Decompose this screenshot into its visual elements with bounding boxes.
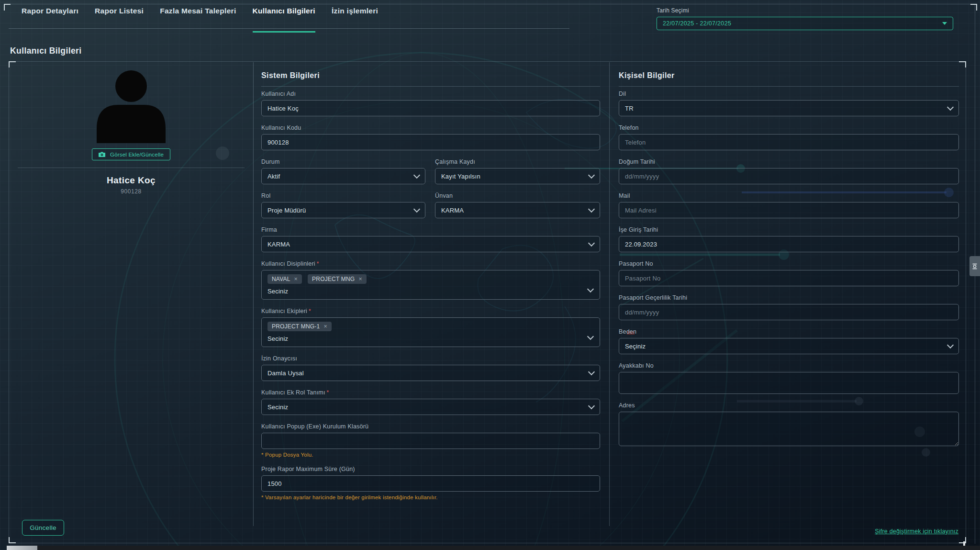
tab-fazla-mesai-talepleri[interactable]: Fazla Mesai Talepleri [160,7,236,17]
tag-remove-icon[interactable]: × [358,276,362,282]
column-divider-left [253,62,254,526]
chevron-down-icon [588,239,595,246]
izin-onaycisi-select[interactable]: Damla Uysal [261,365,600,381]
top-nav-tabs: Rapor Detayları Rapor Listesi Fazla Mesa… [22,7,378,17]
tag-label: PROJECT MNG [312,276,355,282]
personal-info-column: Kişisel Bilgiler Dil TR Telefon Doğum Ta… [619,62,959,454]
field-label: Pasaport Geçerlilik Tarihi [619,294,959,301]
tag-naval: NAVAL × [267,274,302,284]
ayakkabi-no-input[interactable] [619,372,959,394]
tag-project-mng-1: PROJECT MNG-1 × [267,322,332,331]
ek-rol-select[interactable]: Seciniz [261,399,600,415]
kullanici-adi-input[interactable] [261,100,600,116]
dropdown-caret-icon [942,22,947,25]
field-mail: Mail [619,192,959,218]
tag-remove-icon[interactable]: × [323,324,327,330]
tab-rapor-detaylari[interactable]: Rapor Detayları [22,7,78,17]
field-label-text: Kullanıcı Disiplinleri [261,260,315,267]
chevron-down-icon [947,341,954,348]
field-label: Durum [261,158,425,165]
beden-select[interactable]: Seçiniz [619,338,959,354]
field-kullanici-disiplinleri: Kullanıcı Disiplinleri* NAVAL × PROJECT … [261,260,600,300]
field-label: Kullanıcı Kodu [261,124,600,131]
durum-value: Aktif [267,173,280,180]
profile-code: 900128 [9,188,253,195]
ekipler-multiselect[interactable]: PROJECT MNG-1 × Seciniz [261,317,600,347]
field-label: Beden [619,328,959,335]
profile-name: Hatice Koç [9,175,253,186]
disiplinler-multiselect[interactable]: NAVAL × PROJECT MNG × Seciniz [261,270,600,300]
multiselect-placeholder: Seciniz [267,335,594,342]
panel-corner-top-right [959,61,966,67]
page-title: Kullanıcı Bilgileri [10,46,82,56]
side-settings-tab[interactable] [969,256,980,276]
tab-kullanici-bilgileri[interactable]: Kullanıcı Bilgileri [253,7,315,17]
tag-remove-icon[interactable]: × [294,276,298,282]
tag-row: NAVAL × PROJECT MNG × [267,274,594,284]
tab-izin-islemleri[interactable]: İzin işlemleri [332,7,378,17]
calisma-kaydi-value: Kayıt Yapılsın [441,173,480,180]
dil-select[interactable]: TR [619,100,959,116]
ise-giris-tarihi-input[interactable] [619,236,959,252]
field-calisma-kaydi: Çalışma Kaydı Kayıt Yapılsın [435,158,600,184]
column-divider-right [609,62,610,526]
max-sure-input[interactable] [261,475,600,492]
field-label: Kullanıcı Ekipleri* [261,308,600,314]
adres-textarea[interactable] [619,412,959,446]
frame-top-line [4,4,975,4]
required-mark: * [317,260,319,267]
field-label: Ayakkabı No [619,362,959,369]
max-sure-hint: * Varsayılan ayarlar haricinde bir değer… [261,494,600,500]
system-info-title: Sistem Bilgileri [261,71,600,87]
popup-klasoru-input[interactable] [261,433,600,449]
field-label: Ünvan [435,192,600,199]
mail-input[interactable] [619,202,959,218]
unvan-value: KARMA [441,207,464,214]
field-rol: Rol Proje Müdürü [261,192,425,218]
date-range-select[interactable]: 22/07/2025 - 22/07/2025 [657,17,953,30]
kullanici-kodu-input[interactable] [261,134,600,150]
field-pasaport-gecerlilik: Pasaport Geçerlilik Tarihi [619,294,959,320]
update-button[interactable]: Güncelle [22,520,64,536]
field-label: Pasaport No [619,260,959,267]
system-info-column: Sistem Bilgileri Kullanıcı Adı Kullanıcı… [261,62,600,508]
field-label: Çalışma Kaydı [435,158,600,165]
tag-label: PROJECT MNG-1 [272,323,320,330]
unvan-select[interactable]: KARMA [435,202,600,218]
field-telefon: Telefon [619,124,959,150]
izin-onaycisi-value: Damla Uysal [267,370,304,377]
frame-corner-top-right [970,4,977,11]
rol-select[interactable]: Proje Müdürü [261,202,425,218]
field-label: Kullanıcı Popup (Exe) Kurulum Klasörü [261,423,600,430]
firma-value: KARMA [267,241,290,248]
tag-label: NAVAL [272,276,290,282]
field-label: Kullanıcı Ek Rol Tanımı* [261,389,600,396]
firma-select[interactable]: KARMA [261,236,600,252]
required-mark: * [327,389,329,396]
camera-icon [99,152,105,157]
horizontal-scrollbar[interactable] [7,546,980,550]
horizontal-scrollbar-thumb[interactable] [7,546,37,550]
field-firma: Firma KARMA [261,226,600,252]
tag-row: PROJECT MNG-1 × [267,322,594,331]
field-label: Kullanıcı Adı [261,90,600,97]
ek-rol-value: Seciniz [267,404,288,411]
field-beden: Beden Seçiniz [619,328,959,354]
field-ek-rol-tanimi: Kullanıcı Ek Rol Tanımı* Seciniz [261,389,600,415]
calisma-kaydi-select[interactable]: Kayıt Yapılsın [435,168,600,184]
pasaport-no-input[interactable] [619,270,959,286]
pasaport-gecerlilik-input[interactable] [619,304,959,320]
tag-project-mng: PROJECT MNG × [308,274,367,284]
telefon-input[interactable] [619,134,959,150]
durum-select[interactable]: Aktif [261,168,425,184]
panel-corner-bottom-left [9,537,16,543]
field-label: Firma [261,226,600,233]
user-info-panel: Görsel Ekle/Güncelle Hatice Koç 900128 S… [9,61,966,543]
dogum-tarihi-input[interactable] [619,168,959,184]
field-row-rol-unvan: Rol Proje Müdürü Ünvan KARMA [261,192,600,218]
field-izin-onaycisi: İzin Onaycısı Damla Uysal [261,355,600,381]
change-password-link[interactable]: Şifre değiştirmek için tıklayınız [875,528,958,535]
image-upload-button[interactable]: Görsel Ekle/Güncelle [92,148,170,160]
tab-rapor-listesi[interactable]: Rapor Listesi [95,7,144,17]
chevron-down-icon [588,171,595,178]
